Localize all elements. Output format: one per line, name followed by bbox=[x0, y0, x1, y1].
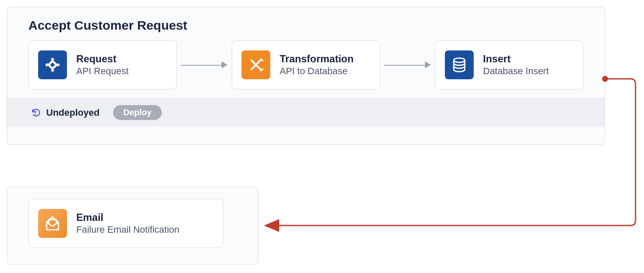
step-title: Request bbox=[76, 53, 129, 65]
group-title: Accept Customer Request bbox=[7, 7, 605, 36]
refresh-alert-icon bbox=[31, 108, 40, 117]
svg-point-7 bbox=[35, 114, 36, 115]
step-title: Email bbox=[76, 212, 179, 223]
step-subtitle: API to Database bbox=[280, 66, 354, 77]
status-label: Undeployed bbox=[46, 107, 100, 118]
step-insert[interactable]: Insert Database Insert bbox=[435, 40, 583, 89]
connector-icon bbox=[38, 50, 67, 79]
deploy-button[interactable]: Deploy bbox=[113, 105, 162, 120]
email-icon bbox=[38, 209, 67, 238]
step-subtitle: Database Insert bbox=[483, 66, 549, 77]
arrow-icon bbox=[177, 63, 232, 67]
svg-rect-8 bbox=[35, 111, 36, 113]
transform-icon bbox=[242, 50, 270, 79]
steps-row: Email Failure Email Notification bbox=[7, 187, 258, 260]
step-subtitle: API Request bbox=[76, 66, 129, 77]
svg-point-6 bbox=[454, 58, 465, 62]
step-email[interactable]: Email Failure Email Notification bbox=[28, 199, 223, 248]
step-title: Transformation bbox=[280, 53, 354, 65]
database-icon bbox=[445, 50, 474, 79]
operation-group-accept-customer-request[interactable]: Accept Customer Request Request API Requ… bbox=[7, 7, 605, 145]
step-request[interactable]: Request API Request bbox=[28, 40, 177, 89]
arrow-icon bbox=[380, 63, 435, 67]
step-transformation[interactable]: Transformation API to Database bbox=[232, 40, 380, 89]
step-subtitle: Failure Email Notification bbox=[76, 224, 179, 235]
operation-group-email[interactable]: Email Failure Email Notification bbox=[7, 187, 258, 265]
steps-row: Request API Request Transformation API t… bbox=[7, 36, 605, 98]
step-title: Insert bbox=[483, 53, 549, 65]
group-footer: Undeployed Deploy bbox=[7, 98, 605, 127]
